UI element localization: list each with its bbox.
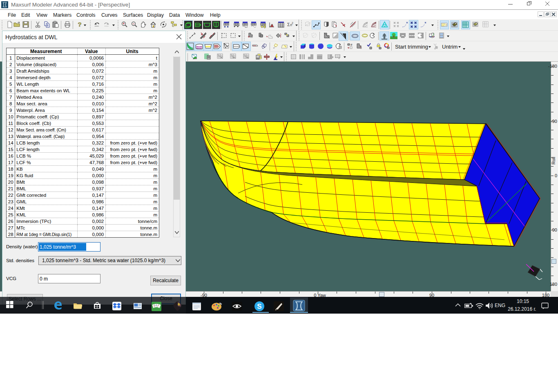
svg-text:+: + (123, 22, 125, 26)
svg-text:S: S (257, 303, 261, 310)
svg-text:Σ: Σ (287, 22, 290, 27)
svg-text:2: 2 (292, 22, 293, 24)
svg-text:–: – (132, 22, 134, 26)
svg-text:?: ? (78, 21, 81, 28)
svg-text:#: # (350, 43, 353, 47)
